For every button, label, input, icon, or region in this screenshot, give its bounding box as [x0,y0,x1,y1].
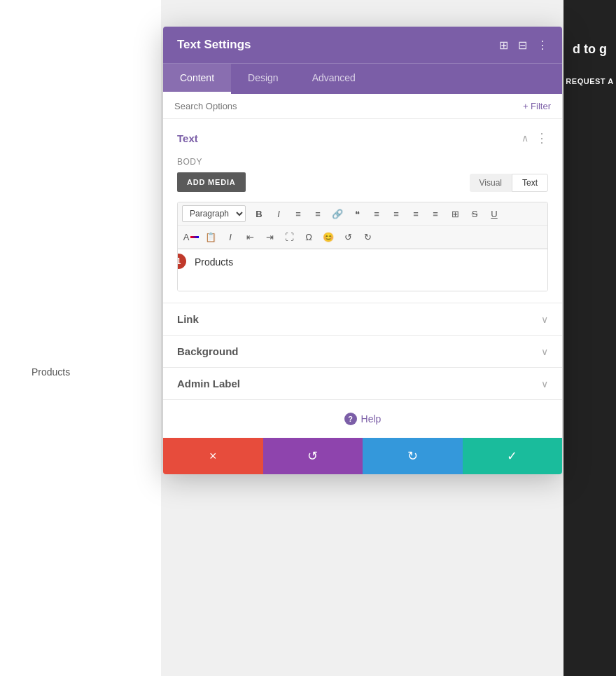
text-section-title: Text [177,132,198,144]
tab-design[interactable]: Design [231,64,295,94]
align-left-button[interactable]: ≡ [368,205,386,223]
paragraph-select[interactable]: Paragraph Heading 1 Heading 2 Heading 3 [182,205,246,222]
help-label: Help [361,413,382,425]
admin-label-section: Admin Label ∨ [163,368,562,400]
step-badge: 1 [177,254,186,269]
tab-content[interactable]: Content [163,64,231,94]
save-button[interactable]: ✓ [463,438,563,474]
link-button[interactable]: 🔗 [328,205,346,223]
right-panel-text: d to g [573,42,607,57]
blockquote-button[interactable]: ❝ [348,205,366,223]
redo-button[interactable]: ↻ [363,438,463,474]
ordered-list-button[interactable]: ≡ [309,205,327,223]
modal-title: Text Settings [177,38,251,52]
text-section-content: Body ADD MEDIA Visual Text Paragraph [163,157,562,303]
align-right-button[interactable]: ≡ [407,205,425,223]
background-section: Background ∨ [163,336,562,368]
undo-button[interactable]: ↺ [263,438,363,474]
background-chevron-icon[interactable]: ∨ [541,346,548,357]
fullscreen-button[interactable]: ⛶ [280,228,298,246]
background-section-title: Background [177,345,239,357]
section-more-icon[interactable]: ⋮ [536,130,548,146]
editor-content-area[interactable]: 1 Products [178,249,547,291]
toolbar-row-2: A 📋 I ⇤ ⇥ ⛶ Ω 😊 ↺ ↻ [178,226,547,249]
text-settings-modal: Text Settings ⊞ ⊟ ⋮ Content Design Advan… [163,27,562,474]
clear-formatting-button[interactable]: I [221,228,239,246]
paste-from-word-button[interactable]: 📋 [202,228,220,246]
text-toggle-button[interactable]: Text [512,174,548,192]
visual-toggle-button[interactable]: Visual [470,174,512,192]
cancel-button[interactable]: × [163,438,263,474]
bold-button[interactable]: B [250,205,268,223]
left-panel [0,0,161,676]
admin-label-section-header[interactable]: Admin Label ∨ [163,368,562,399]
editor-text: Products [195,256,233,268]
toolbar-row-1: Paragraph Heading 1 Heading 2 Heading 3 … [178,202,547,226]
modal-body: Text ∧ ⋮ Body ADD MEDIA Visual Text [163,119,562,438]
underline-button[interactable]: U [485,205,503,223]
bg-products-text: Products [31,366,70,378]
undo-editor-button[interactable]: ↺ [339,228,357,246]
help-section[interactable]: ? Help [163,400,562,438]
filter-button[interactable]: + Filter [523,101,551,111]
link-section-header[interactable]: Link ∨ [163,303,562,335]
strikethrough-button[interactable]: S [465,205,484,223]
tab-advanced[interactable]: Advanced [295,64,372,94]
search-input[interactable] [174,101,523,111]
modal-header: Text Settings ⊞ ⊟ ⋮ [163,27,562,63]
emoji-button[interactable]: 😊 [319,228,337,246]
split-icon[interactable]: ⊟ [518,39,527,52]
text-color-button[interactable]: A [182,228,200,246]
italic-button[interactable]: I [270,205,288,223]
admin-label-section-title: Admin Label [177,378,240,389]
align-justify-button[interactable]: ≡ [426,205,444,223]
redo-editor-button[interactable]: ↻ [358,228,377,246]
link-section-title: Link [177,313,199,325]
link-section: Link ∨ [163,303,562,336]
unordered-list-button[interactable]: ≡ [289,205,307,223]
tab-bar: Content Design Advanced [163,63,562,94]
indent-left-button[interactable]: ⇤ [241,228,259,246]
text-section-actions: ∧ ⋮ [522,130,548,146]
header-icons: ⊞ ⊟ ⋮ [499,39,548,52]
add-media-button[interactable]: ADD MEDIA [177,172,246,192]
more-options-icon[interactable]: ⋮ [537,39,548,52]
background-section-header[interactable]: Background ∨ [163,336,562,367]
focus-icon[interactable]: ⊞ [499,39,508,52]
help-icon: ? [344,413,357,425]
body-label: Body [177,157,548,167]
right-panel: d to g REQUEST A [564,0,616,676]
indent-right-button[interactable]: ⇥ [260,228,279,246]
special-chars-button[interactable]: Ω [300,228,318,246]
right-panel-request: REQUEST A [566,77,613,85]
text-section-header[interactable]: Text ∧ ⋮ [163,119,562,157]
editor-toolbar: Paragraph Heading 1 Heading 2 Heading 3 … [177,202,548,291]
align-center-button[interactable]: ≡ [387,205,405,223]
chevron-up-icon[interactable]: ∧ [522,132,528,144]
table-button[interactable]: ⊞ [446,205,464,223]
admin-label-chevron-icon[interactable]: ∨ [541,378,548,389]
text-section: Text ∧ ⋮ Body ADD MEDIA Visual Text [163,119,562,303]
link-chevron-icon[interactable]: ∨ [541,314,548,325]
search-bar: + Filter [163,94,562,119]
view-toggle: Visual Text [470,174,548,192]
modal-footer: × ↺ ↻ ✓ [163,438,562,474]
